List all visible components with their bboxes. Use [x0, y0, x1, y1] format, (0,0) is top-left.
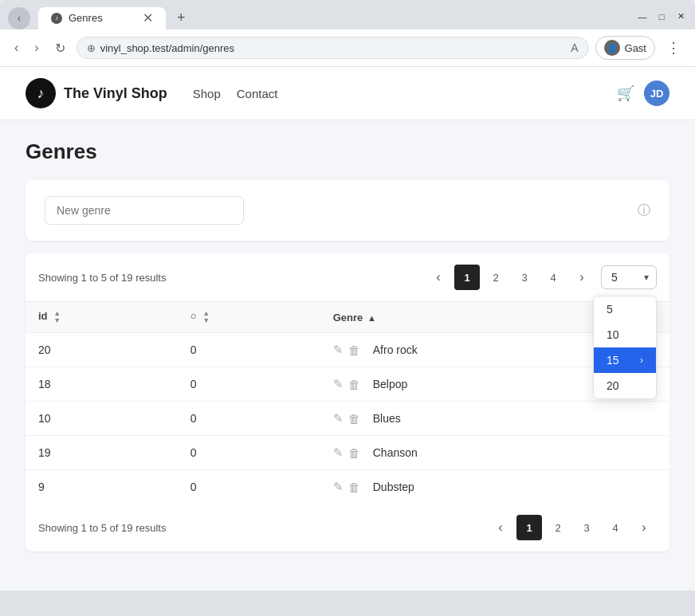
page-4-bottom[interactable]: 4	[603, 515, 628, 540]
pagination-bottom: ‹ 1 2 3 4 ›	[488, 515, 657, 540]
browser-menu-button[interactable]: ⋮	[662, 36, 685, 60]
address-bar[interactable]: ⊕ vinyl_shop.test/admin/genres A	[77, 37, 589, 59]
page-2-top[interactable]: 2	[483, 265, 508, 290]
edit-icon[interactable]: ✎	[333, 377, 344, 391]
table-row: 9 0 ✎ 🗑 Dubstep	[26, 470, 669, 504]
browser-navbar: ‹ › ↻ ⊕ vinyl_shop.test/admin/genres A 👤…	[0, 29, 695, 67]
cell-circle: 0	[178, 436, 320, 470]
page-4-top[interactable]: 4	[540, 265, 566, 290]
close-button[interactable]: ✕	[674, 10, 687, 23]
delete-icon[interactable]: 🗑	[348, 378, 360, 391]
table-controls-bottom: Showing 1 to 5 of 19 results ‹ 1 2 3 4 ›	[26, 504, 669, 551]
edit-icon[interactable]: ✎	[333, 480, 344, 494]
delete-icon[interactable]: 🗑	[348, 481, 360, 494]
showing-text-top: Showing 1 to 5 of 19 results	[38, 272, 166, 284]
sort-arrow-genre-up: ▲	[367, 313, 376, 323]
per-page-select[interactable]: 5 10 15 20	[601, 265, 657, 289]
tab-title: Genres	[69, 12, 103, 24]
delete-icon[interactable]: 🗑	[348, 343, 360, 357]
table-header-row: id ▲▼ ○ ▲▼ Genre ▲	[26, 302, 669, 333]
new-genre-input[interactable]	[45, 196, 244, 225]
delete-icon[interactable]: 🗑	[348, 446, 360, 460]
page-title: Genres	[26, 139, 669, 164]
table-row: 19 0 ✎ 🗑 Chanson	[26, 436, 669, 470]
page-3-top[interactable]: 3	[512, 265, 537, 290]
cell-circle: 0	[178, 470, 320, 504]
nav-shop[interactable]: Shop	[193, 87, 221, 100]
window-controls: — □ ✕	[636, 10, 687, 26]
table-controls-top: Showing 1 to 5 of 19 results ‹ 1 2 3 4 ›	[26, 253, 669, 301]
cell-genre: ✎ 🗑 Chanson	[320, 436, 669, 470]
edit-icon[interactable]: ✎	[333, 343, 344, 357]
info-icon[interactable]: ⓘ	[638, 202, 650, 219]
logo-icon: ♪	[26, 78, 56, 108]
cell-genre: ✎ 🗑 Blues	[320, 402, 669, 436]
new-genre-card: ⓘ	[26, 180, 669, 241]
cell-circle: 0	[178, 402, 320, 436]
prev-page-bottom[interactable]: ‹	[488, 515, 513, 540]
cell-id: 19	[26, 436, 178, 470]
option-20[interactable]: 20	[594, 373, 656, 398]
cell-id: 9	[26, 470, 178, 504]
col-id[interactable]: id ▲▼	[26, 302, 178, 333]
page-3-bottom[interactable]: 3	[574, 515, 599, 540]
page-content: ♪ The Vinyl Shop Shop Contact 🛒 JD Genre…	[0, 67, 695, 590]
next-page-top[interactable]: ›	[569, 265, 595, 290]
back-button[interactable]: ‹	[10, 37, 23, 58]
main-container: Genres ⓘ Showing 1 to 5 of 19 results ‹	[0, 120, 695, 590]
maximize-button[interactable]: □	[655, 10, 668, 23]
site-header: ♪ The Vinyl Shop Shop Contact 🛒 JD	[0, 67, 695, 120]
cell-circle: 0	[178, 333, 320, 367]
tab-close-btn[interactable]: ✕	[143, 12, 153, 25]
cell-id: 20	[26, 333, 178, 367]
check-icon: ›	[640, 355, 643, 366]
per-page-dropdown: 5 10 15 › 20	[593, 296, 657, 399]
reload-button[interactable]: ↻	[50, 37, 70, 59]
site-name: The Vinyl Shop	[64, 85, 167, 102]
sort-arrows-circle: ▲▼	[202, 310, 210, 324]
tab-back-btn[interactable]: ‹	[8, 7, 30, 29]
delete-icon[interactable]: 🗑	[348, 412, 360, 426]
pagination-top: ‹ 1 2 3 4 ›	[426, 265, 595, 290]
header-right: 🛒 JD	[617, 80, 669, 106]
minimize-button[interactable]: —	[636, 10, 649, 23]
address-text: vinyl_shop.test/admin/genres	[100, 42, 567, 54]
option-15[interactable]: 15 ›	[594, 347, 656, 373]
showing-text-bottom: Showing 1 to 5 of 19 results	[38, 522, 166, 534]
cell-id: 10	[26, 402, 178, 436]
new-tab-button[interactable]: +	[171, 6, 192, 29]
site-logo[interactable]: ♪ The Vinyl Shop	[26, 78, 167, 108]
cart-icon[interactable]: 🛒	[617, 84, 634, 102]
option-5[interactable]: 5	[594, 296, 656, 322]
translate-icon[interactable]: A	[571, 41, 578, 54]
edit-icon[interactable]: ✎	[333, 445, 344, 460]
tab-favicon: ♪	[51, 13, 62, 24]
user-avatar[interactable]: JD	[644, 80, 669, 106]
table-row: 10 0 ✎ 🗑 Blues	[26, 402, 669, 436]
site-nav: Shop Contact	[193, 87, 278, 100]
profile-button[interactable]: 👤 Gast	[595, 36, 655, 60]
profile-icon: 👤	[604, 40, 620, 56]
page-1-bottom[interactable]: 1	[516, 515, 542, 540]
forward-button[interactable]: ›	[29, 37, 43, 58]
page-2-bottom[interactable]: 2	[545, 515, 571, 540]
table-row: 20 0 ✎ 🗑 Afro rock	[26, 333, 669, 367]
genres-table: id ▲▼ ○ ▲▼ Genre ▲ 20 0	[26, 301, 669, 504]
option-10[interactable]: 10	[594, 322, 656, 347]
active-tab[interactable]: ♪ Genres ✕	[38, 7, 166, 29]
table-row: 18 0 ✎ 🗑 Belpop	[26, 367, 669, 402]
edit-icon[interactable]: ✎	[333, 411, 344, 426]
cell-circle: 0	[178, 367, 320, 402]
nav-contact[interactable]: Contact	[237, 87, 278, 100]
page-1-top[interactable]: 1	[454, 265, 480, 290]
cell-id: 18	[26, 367, 178, 402]
prev-page-top[interactable]: ‹	[426, 265, 451, 290]
next-page-bottom[interactable]: ›	[631, 515, 657, 540]
table-card: Showing 1 to 5 of 19 results ‹ 1 2 3 4 ›	[26, 253, 669, 551]
per-page-wrapper: 5 10 15 20 ▾ 5 10 15	[601, 265, 657, 289]
sort-arrows-id: ▲▼	[53, 310, 61, 324]
cell-genre: ✎ 🗑 Dubstep	[320, 470, 669, 504]
col-circle[interactable]: ○ ▲▼	[178, 302, 320, 333]
